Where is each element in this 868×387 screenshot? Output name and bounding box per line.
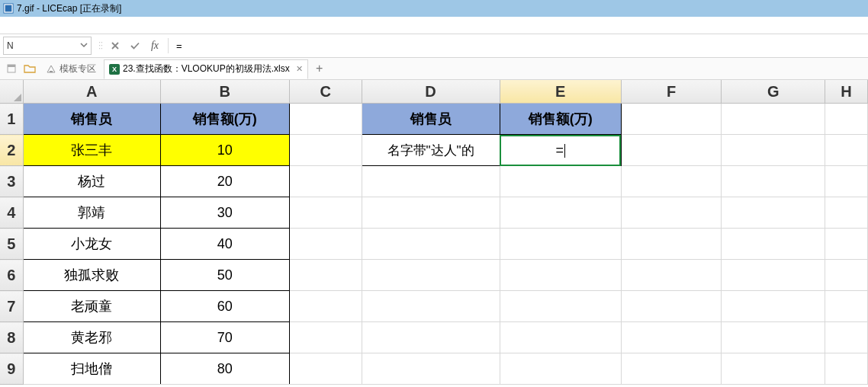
row-header-7[interactable]: 7 <box>0 291 23 322</box>
folder-icon[interactable] <box>21 60 38 77</box>
close-tab-icon[interactable]: ✕ <box>296 64 303 74</box>
col-header-C[interactable]: C <box>289 80 362 104</box>
cell-D5[interactable] <box>362 229 500 260</box>
formula-input[interactable] <box>172 37 868 54</box>
cell-F5[interactable] <box>621 229 722 260</box>
cell-C9[interactable] <box>289 353 362 385</box>
cancel-button[interactable] <box>105 37 125 54</box>
cell-H7[interactable] <box>825 291 868 322</box>
cell-D3[interactable] <box>362 166 500 197</box>
cell-B5[interactable]: 40 <box>160 229 289 260</box>
select-all-corner[interactable] <box>0 80 23 104</box>
cell-E4[interactable] <box>500 197 621 229</box>
col-header-E[interactable]: E <box>500 80 621 104</box>
col-header-F[interactable]: F <box>621 80 722 104</box>
row-header-4[interactable]: 4 <box>0 197 23 229</box>
cell-B4[interactable]: 30 <box>160 197 289 229</box>
cell-G1[interactable] <box>722 104 825 135</box>
cell-C8[interactable] <box>289 322 362 353</box>
cell-A2[interactable]: 张三丰 <box>23 135 160 166</box>
cell-B7[interactable]: 60 <box>160 291 289 322</box>
row-header-9[interactable]: 9 <box>0 353 23 385</box>
col-header-D[interactable]: D <box>362 80 500 104</box>
cell-F2[interactable] <box>621 135 722 166</box>
cell-C6[interactable] <box>289 260 362 291</box>
row-header-8[interactable]: 8 <box>0 322 23 353</box>
cell-C1[interactable] <box>289 104 362 135</box>
cell-E5[interactable] <box>500 229 621 260</box>
col-header-B[interactable]: B <box>160 80 289 104</box>
name-box[interactable]: N <box>3 37 92 55</box>
cell-G4[interactable] <box>722 197 825 229</box>
cell-G5[interactable] <box>722 229 825 260</box>
spreadsheet-grid[interactable]: I A B C D E F G H 1 销售员 销售额(万) 销售员 销售额(万… <box>0 80 868 387</box>
row-header-3[interactable]: 3 <box>0 166 23 197</box>
cell-A3[interactable]: 杨过 <box>23 166 160 197</box>
cell-A6[interactable]: 独孤求败 <box>23 260 160 291</box>
cell-D8[interactable] <box>362 322 500 353</box>
cell-A8[interactable]: 黄老邪 <box>23 322 160 353</box>
cell-F1[interactable] <box>621 104 722 135</box>
cell-H5[interactable] <box>825 229 868 260</box>
cell-C3[interactable] <box>289 166 362 197</box>
cell-G6[interactable] <box>722 260 825 291</box>
cell-E6[interactable] <box>500 260 621 291</box>
cell-H3[interactable] <box>825 166 868 197</box>
row-header-5[interactable]: 5 <box>0 229 23 260</box>
col-header-A[interactable]: A <box>23 80 160 104</box>
cell-D7[interactable] <box>362 291 500 322</box>
cell-D4[interactable] <box>362 197 500 229</box>
cell-H9[interactable] <box>825 353 868 385</box>
col-header-G[interactable]: G <box>722 80 825 104</box>
cell-A9[interactable]: 扫地僧 <box>23 353 160 385</box>
cell-F6[interactable] <box>621 260 722 291</box>
cell-B6[interactable]: 50 <box>160 260 289 291</box>
cell-F9[interactable] <box>621 353 722 385</box>
row-header-2[interactable]: 2 <box>0 135 23 166</box>
cell-G3[interactable] <box>722 166 825 197</box>
cell-B8[interactable]: 70 <box>160 322 289 353</box>
col-header-H[interactable]: H <box>825 80 868 104</box>
enter-button[interactable] <box>125 37 145 54</box>
cell-C5[interactable] <box>289 229 362 260</box>
cell-A4[interactable]: 郭靖 <box>23 197 160 229</box>
cell-G9[interactable] <box>722 353 825 385</box>
nav-back-button[interactable] <box>3 60 20 77</box>
cell-E1[interactable]: 销售额(万) <box>500 104 621 135</box>
cell-C7[interactable] <box>289 291 362 322</box>
cell-E3[interactable] <box>500 166 621 197</box>
name-box-dropdown-icon[interactable] <box>79 40 89 51</box>
row-header-1[interactable]: 1 <box>0 104 23 135</box>
cell-A7[interactable]: 老顽童 <box>23 291 160 322</box>
cell-G7[interactable] <box>722 291 825 322</box>
cell-F8[interactable] <box>621 322 722 353</box>
cell-H1[interactable] <box>825 104 868 135</box>
cell-E7[interactable] <box>500 291 621 322</box>
cell-G2[interactable] <box>722 135 825 166</box>
template-zone-button[interactable]: 模板专区 <box>40 60 102 77</box>
cell-A1[interactable]: 销售员 <box>23 104 160 135</box>
cell-G8[interactable] <box>722 322 825 353</box>
cell-H2[interactable] <box>825 135 868 166</box>
cell-D9[interactable] <box>362 353 500 385</box>
new-tab-button[interactable]: + <box>311 62 328 75</box>
row-header-6[interactable]: 6 <box>0 260 23 291</box>
fx-button[interactable]: fx <box>145 40 165 52</box>
cell-F7[interactable] <box>621 291 722 322</box>
cell-D1[interactable]: 销售员 <box>362 104 500 135</box>
cell-C4[interactable] <box>289 197 362 229</box>
cell-E9[interactable] <box>500 353 621 385</box>
cell-B2[interactable]: 10 <box>160 135 289 166</box>
file-tab-active[interactable]: X 23.查找函数：VLOOKUP的初级用法.xlsx ✕ <box>104 59 308 79</box>
cell-E8[interactable] <box>500 322 621 353</box>
cell-B1[interactable]: 销售额(万) <box>160 104 289 135</box>
cell-F4[interactable] <box>621 197 722 229</box>
cell-E2-editing[interactable]: = <box>500 135 621 166</box>
cell-B3[interactable]: 20 <box>160 166 289 197</box>
cell-C2[interactable] <box>289 135 362 166</box>
cell-F3[interactable] <box>621 166 722 197</box>
cell-D2[interactable]: 名字带"达人"的 <box>362 135 500 166</box>
cell-H6[interactable] <box>825 260 868 291</box>
cell-H4[interactable] <box>825 197 868 229</box>
cell-D6[interactable] <box>362 260 500 291</box>
